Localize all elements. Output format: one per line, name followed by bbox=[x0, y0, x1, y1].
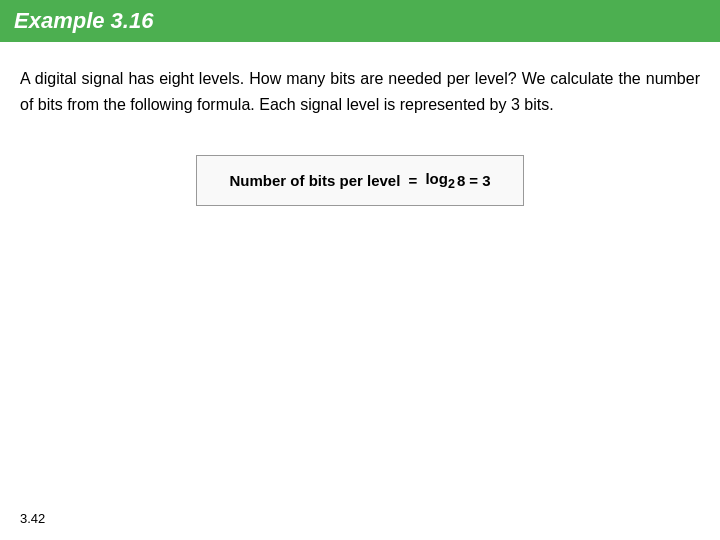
page-number: 3.42 bbox=[20, 511, 45, 526]
formula-equals: = bbox=[404, 172, 421, 189]
formula-result: = 3 bbox=[469, 172, 490, 189]
example-title: Example 3.16 bbox=[14, 8, 153, 34]
formula-wrapper: Number of bits per level = log2 8 = 3 bbox=[20, 155, 700, 206]
log-text: log2 bbox=[425, 170, 454, 191]
formula-label: Number of bits per level bbox=[229, 172, 400, 189]
main-content: A digital signal has eight levels. How m… bbox=[0, 42, 720, 206]
formula-box: Number of bits per level = log2 8 = 3 bbox=[196, 155, 523, 206]
description-paragraph: A digital signal has eight levels. How m… bbox=[20, 66, 700, 119]
log-value: 8 bbox=[457, 172, 465, 189]
header-bar: Example 3.16 bbox=[0, 0, 720, 42]
log-base: 2 bbox=[448, 177, 455, 191]
formula-inner: Number of bits per level = log2 8 = 3 bbox=[229, 170, 490, 191]
formula-math: log2 8 bbox=[425, 170, 465, 191]
